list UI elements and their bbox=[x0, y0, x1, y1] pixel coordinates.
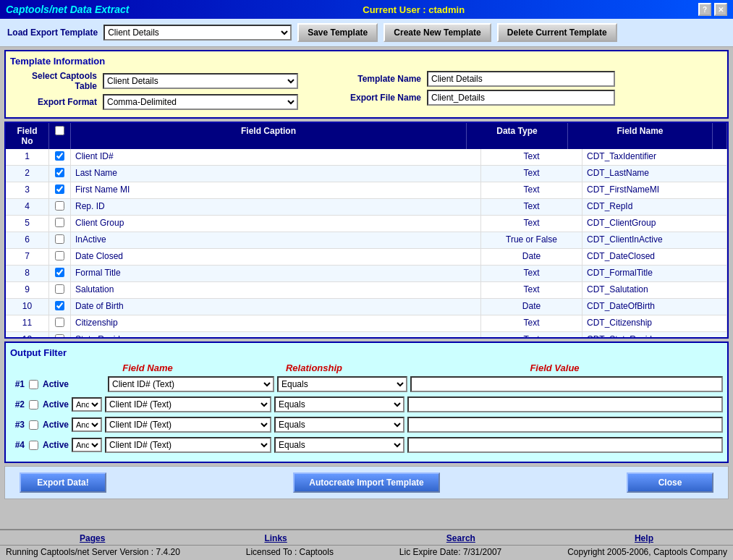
filter-and-select[interactable]: AndOr bbox=[72, 397, 102, 412]
filter-relationship-select[interactable]: Equals bbox=[277, 376, 407, 392]
cell-caption: InActive bbox=[71, 232, 481, 248]
filter-and-select[interactable]: AndOr bbox=[72, 438, 102, 452]
filter-and-select[interactable]: AndOr bbox=[72, 417, 102, 432]
filter-active-label: Active bbox=[43, 420, 69, 430]
row-checkbox[interactable] bbox=[55, 151, 64, 161]
select-all-checkbox[interactable] bbox=[55, 126, 64, 135]
filter-active-label: Active bbox=[43, 440, 69, 450]
data-grid: Field No Field Caption Data Type Field N… bbox=[4, 122, 729, 339]
row-checkbox[interactable] bbox=[55, 268, 64, 277]
grid-header: Field No Field Caption Data Type Field N… bbox=[6, 123, 727, 149]
filter-value-input[interactable] bbox=[407, 437, 723, 453]
header-scroll bbox=[713, 123, 727, 149]
cell-check[interactable] bbox=[49, 166, 71, 182]
cell-check[interactable] bbox=[49, 199, 71, 215]
filter-relationship-select[interactable]: Equals bbox=[274, 417, 404, 433]
cell-check[interactable] bbox=[49, 232, 71, 248]
cell-field-name: CDT_StateResidency bbox=[582, 332, 727, 337]
row-checkbox[interactable] bbox=[55, 334, 64, 337]
cell-field-name: CDT_ClientGroup bbox=[582, 216, 727, 232]
export-file-label: Export File Name bbox=[334, 93, 421, 103]
close-button[interactable]: Close bbox=[627, 472, 713, 493]
filter-active-checkbox[interactable] bbox=[29, 380, 38, 389]
filter-relationship-select[interactable]: Equals bbox=[274, 396, 404, 412]
nav-pages[interactable]: Pages bbox=[80, 533, 105, 543]
cell-check[interactable] bbox=[49, 315, 71, 331]
row-checkbox[interactable] bbox=[55, 318, 64, 327]
header-field-caption: Field Caption bbox=[71, 123, 467, 149]
row-checkbox[interactable] bbox=[55, 301, 64, 310]
cell-check[interactable] bbox=[49, 216, 71, 232]
filter-num: #2 bbox=[10, 399, 25, 410]
filter-field-select[interactable]: Client ID# (Text) bbox=[105, 437, 271, 453]
cell-data-type: Date bbox=[481, 299, 582, 315]
filter-num: #3 bbox=[10, 420, 25, 430]
export-format-label: Export Format bbox=[10, 97, 97, 107]
filter-num: #4 bbox=[10, 440, 25, 450]
table-row: 5 Client Group Text CDT_ClientGroup bbox=[6, 216, 727, 232]
table-row: 10 Date of Birth Date CDT_DateOfBirth bbox=[6, 299, 727, 315]
toolbar: Load Export Template Client Details Save… bbox=[0, 19, 733, 47]
nav-links[interactable]: Links bbox=[264, 533, 287, 543]
cell-field-no: 2 bbox=[6, 166, 49, 182]
cell-caption: Date of Birth bbox=[71, 299, 481, 315]
cell-caption: Salutation bbox=[71, 282, 481, 298]
row-checkbox[interactable] bbox=[55, 184, 64, 194]
current-user: Current User : ctadmin bbox=[363, 4, 465, 15]
cell-check[interactable] bbox=[49, 149, 71, 165]
filter-active-label: Active bbox=[43, 379, 69, 389]
create-template-button[interactable]: Create New Template bbox=[384, 23, 491, 42]
cell-field-name: CDT_FormalTitle bbox=[582, 266, 727, 281]
row-checkbox[interactable] bbox=[55, 251, 64, 260]
header-field-no: Field No bbox=[6, 123, 49, 149]
close-window-button[interactable]: ✕ bbox=[714, 3, 727, 16]
table-select[interactable]: Client Details bbox=[103, 73, 298, 89]
filter-relationship-select[interactable]: Equals bbox=[274, 437, 404, 453]
nav-help[interactable]: Help bbox=[635, 533, 653, 543]
cell-field-no: 8 bbox=[6, 266, 49, 281]
export-format-select[interactable]: Comma-Delimited bbox=[103, 94, 298, 110]
delete-template-button[interactable]: Delete Current Template bbox=[497, 23, 617, 42]
cell-caption: Rep. ID bbox=[71, 199, 481, 215]
cell-check[interactable] bbox=[49, 282, 71, 298]
filter-active-checkbox[interactable] bbox=[29, 441, 38, 450]
output-filter-title: Output Filter bbox=[10, 347, 723, 358]
app-title: Captools/net Data Extract bbox=[6, 4, 129, 15]
row-checkbox[interactable] bbox=[55, 218, 64, 227]
filter-value-input[interactable] bbox=[410, 376, 723, 392]
filter-rows: #1 Active Client ID# (Text) Equals #2 Ac… bbox=[10, 376, 723, 453]
cell-caption: State Residency bbox=[71, 332, 481, 337]
filter-field-select[interactable]: Client ID# (Text) bbox=[105, 396, 271, 412]
filter-field-select[interactable]: Client ID# (Text) bbox=[105, 417, 271, 433]
row-checkbox[interactable] bbox=[55, 234, 64, 244]
filter-field-select[interactable]: Client ID# (Text) bbox=[108, 376, 274, 392]
relationship-header: Relationship bbox=[242, 362, 386, 373]
template-name-input[interactable] bbox=[427, 71, 615, 87]
nav-search[interactable]: Search bbox=[446, 533, 475, 543]
table-row: 7 Date Closed Date CDT_DateClosed bbox=[6, 249, 727, 266]
filter-value-input[interactable] bbox=[407, 396, 723, 412]
cell-check[interactable] bbox=[49, 332, 71, 337]
cell-check[interactable] bbox=[49, 299, 71, 315]
cell-check[interactable] bbox=[49, 249, 71, 265]
save-template-button[interactable]: Save Template bbox=[297, 23, 378, 42]
filter-value-input[interactable] bbox=[407, 417, 723, 433]
cell-check[interactable] bbox=[49, 182, 71, 198]
autocreate-button[interactable]: Autocreate Import Template bbox=[293, 472, 439, 493]
filter-active-checkbox[interactable] bbox=[29, 400, 38, 410]
cell-field-name: CDT_Citizenship bbox=[582, 315, 727, 331]
title-bar: Captools/net Data Extract Current User :… bbox=[0, 0, 733, 19]
cell-data-type: Text bbox=[481, 166, 582, 182]
load-template-select[interactable]: Client Details bbox=[103, 25, 292, 41]
help-button[interactable]: ? bbox=[698, 3, 711, 16]
row-checkbox[interactable] bbox=[55, 284, 64, 294]
export-data-button[interactable]: Export Data! bbox=[20, 472, 106, 493]
row-checkbox[interactable] bbox=[55, 201, 64, 211]
table-row: 12 State Residency Text CDT_StateResiden… bbox=[6, 332, 727, 337]
cell-field-name: CDT_TaxIdentifier bbox=[582, 149, 727, 165]
filter-active-checkbox[interactable] bbox=[29, 420, 38, 430]
cell-check[interactable] bbox=[49, 266, 71, 281]
export-file-input[interactable] bbox=[427, 90, 615, 106]
row-checkbox[interactable] bbox=[55, 168, 64, 177]
cell-field-no: 9 bbox=[6, 282, 49, 298]
